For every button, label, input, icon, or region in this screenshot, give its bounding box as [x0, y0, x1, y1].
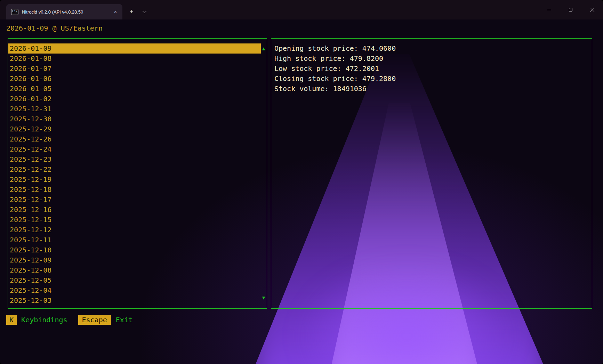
date-list-item[interactable]: 2026-01-02: [8, 94, 261, 104]
date-list-item[interactable]: 2026-01-05: [8, 84, 261, 94]
maximize-icon: [569, 8, 572, 11]
stock-detail-line: Opening stock price: 474.0600: [274, 43, 589, 54]
date-list-item[interactable]: 2025-12-12: [8, 225, 261, 235]
date-list-item[interactable]: 2025-12-11: [8, 235, 261, 245]
date-list-panel: 2026-01-09 2026-01-08 2026-01-07 2026-01…: [8, 38, 267, 309]
close-icon: [590, 7, 595, 13]
date-list-item[interactable]: 2026-01-06: [8, 74, 261, 84]
minimize-icon: [547, 10, 551, 10]
chevron-down-icon: [142, 9, 147, 13]
stock-detail-line: High stock price: 479.8200: [274, 54, 589, 64]
stock-details-panel: Opening stock price: 474.0600 High stock…: [271, 38, 592, 309]
tab-close-icon[interactable]: ×: [112, 8, 119, 15]
date-list-item[interactable]: 2026-01-09: [8, 43, 261, 54]
date-list-item[interactable]: 2025-12-23: [8, 154, 261, 164]
date-list-item[interactable]: 2025-12-03: [8, 296, 261, 306]
date-list-item[interactable]: 2025-12-22: [8, 164, 261, 175]
terminal-tab[interactable]: C:\ Nitrocid v0.2.0 (API v4.0.28.50 ×: [6, 4, 122, 19]
keybindings-key-badge[interactable]: K: [6, 315, 17, 325]
date-list-item[interactable]: 2025-12-18: [8, 185, 261, 195]
stock-detail-lines: Opening stock price: 474.0600 High stock…: [274, 43, 589, 94]
date-list-item[interactable]: 2025-12-31: [8, 104, 261, 114]
stock-detail-line: Closing stock price: 479.2800: [274, 74, 589, 84]
tab-title: Nitrocid v0.2.0 (API v4.0.28.50: [22, 9, 112, 15]
maximize-button[interactable]: [560, 0, 581, 19]
command-prompt-icon: C:\: [11, 9, 18, 15]
titlebar: C:\ Nitrocid v0.2.0 (API v4.0.28.50 × +: [0, 0, 603, 19]
date-list-item[interactable]: 2025-12-17: [8, 195, 261, 205]
date-list-item[interactable]: 2026-01-08: [8, 54, 261, 64]
date-list-item[interactable]: 2025-12-15: [8, 215, 261, 225]
date-list-item[interactable]: 2026-01-07: [8, 64, 261, 74]
date-timezone-header: 2026-01-09 @ US/Eastern: [6, 24, 103, 33]
new-tab-button[interactable]: +: [126, 6, 137, 17]
terminal-screen: 2026-01-09 @ US/Eastern 2026-01-09 2026-…: [0, 19, 603, 364]
terminal-window: C:\ Nitrocid v0.2.0 (API v4.0.28.50 × + …: [0, 0, 603, 364]
date-list-item[interactable]: 2025-12-26: [8, 134, 261, 144]
stock-detail-line: Low stock price: 472.2001: [274, 64, 589, 74]
close-button[interactable]: [581, 0, 603, 19]
statusbar: K Keybindings Escape Exit: [6, 315, 132, 325]
date-list-item[interactable]: 2025-12-29: [8, 124, 261, 134]
tab-dropdown-button[interactable]: [139, 6, 150, 17]
date-list-item[interactable]: 2025-12-05: [8, 275, 261, 285]
escape-key-badge[interactable]: Escape: [78, 315, 111, 325]
date-list-item[interactable]: 2025-12-10: [8, 245, 261, 255]
window-controls: [538, 0, 603, 19]
date-list-item[interactable]: 2025-12-09: [8, 255, 261, 265]
date-list-item[interactable]: 2025-12-19: [8, 175, 261, 185]
scroll-up-icon[interactable]: ▲: [261, 43, 266, 54]
date-list-item[interactable]: 2025-12-16: [8, 205, 261, 215]
date-list-item[interactable]: 2025-12-04: [8, 285, 261, 296]
date-list-item[interactable]: 2025-12-30: [8, 114, 261, 124]
stock-detail-line: Stock volume: 18491036: [274, 84, 589, 94]
keybindings-label[interactable]: Keybindings: [21, 315, 67, 324]
date-list-item[interactable]: 2025-12-08: [8, 265, 261, 275]
minimize-button[interactable]: [538, 0, 560, 19]
exit-label[interactable]: Exit: [116, 315, 132, 324]
scroll-down-icon[interactable]: ▼: [261, 293, 266, 303]
date-list: 2026-01-09 2026-01-08 2026-01-07 2026-01…: [8, 43, 261, 306]
date-list-item[interactable]: 2025-12-24: [8, 144, 261, 154]
